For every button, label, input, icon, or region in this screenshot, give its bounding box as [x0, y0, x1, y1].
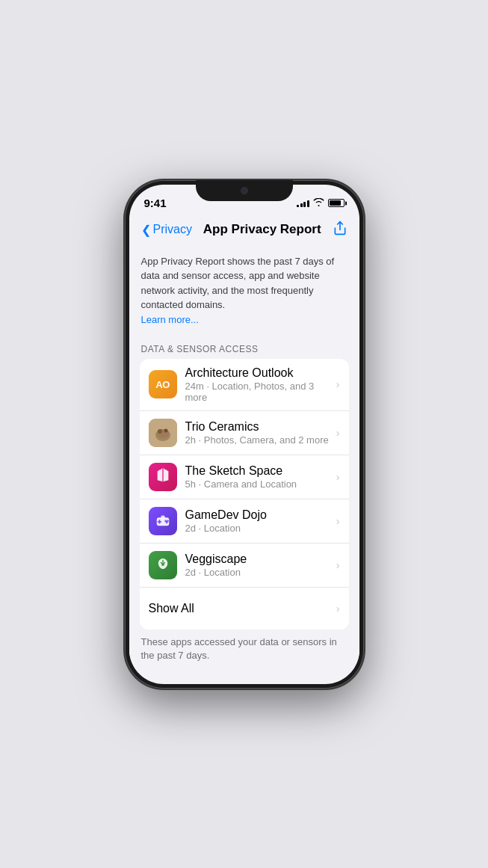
- item-text: Veggiscape 2d · Location: [185, 552, 333, 578]
- phone-frame: 9:41: [125, 180, 364, 689]
- signal-icon: [297, 199, 309, 207]
- info-description: App Privacy Report shows the past 7 days…: [141, 256, 335, 311]
- show-all-item[interactable]: Show All ›: [140, 588, 349, 630]
- app-icon-gamedev: [149, 507, 177, 535]
- info-block: App Privacy Report shows the past 7 days…: [129, 245, 359, 332]
- svg-rect-12: [161, 515, 165, 519]
- item-text: GameDev Dojo 2d · Location: [185, 508, 333, 534]
- back-button[interactable]: ❮ Privacy: [141, 223, 192, 237]
- battery-icon: [328, 199, 345, 207]
- wifi-icon: [313, 198, 324, 209]
- show-all-label[interactable]: Show All: [149, 602, 194, 615]
- chevron-right-icon: ›: [336, 378, 340, 390]
- list-item[interactable]: Veggiscape 2d · Location ›: [140, 544, 349, 588]
- item-text: Architecture Outlook 24m · Location, Pho…: [185, 366, 333, 403]
- chevron-right-icon: ›: [336, 427, 340, 439]
- list-item[interactable]: Trio Ceramics 2h · Photos, Camera, and 2…: [140, 411, 349, 455]
- list-item[interactable]: The Sketch Space 5h · Camera and Locatio…: [140, 455, 349, 499]
- app-name: GameDev Dojo: [185, 508, 333, 522]
- item-text: Trio Ceramics 2h · Photos, Camera, and 2…: [185, 420, 333, 446]
- notch: [196, 180, 293, 201]
- main-content: App Privacy Report shows the past 7 days…: [129, 245, 359, 673]
- app-name: Veggiscape: [185, 552, 333, 566]
- data-sensor-list: AO Architecture Outlook 24m · Location, …: [140, 359, 349, 630]
- phone-screen: 9:41: [129, 185, 359, 684]
- app-icon-sketch: [149, 463, 177, 491]
- app-icon-ao: AO: [149, 370, 177, 398]
- learn-more-link[interactable]: Learn more...: [141, 314, 199, 325]
- app-name: Trio Ceramics: [185, 420, 333, 434]
- camera: [241, 187, 248, 194]
- data-sensor-section-header: DATA & SENSOR ACCESS: [129, 332, 359, 359]
- chevron-right-icon: ›: [336, 471, 340, 483]
- page-title: App Privacy Report: [203, 222, 321, 237]
- status-time: 9:41: [144, 197, 167, 209]
- app-name: Architecture Outlook: [185, 366, 333, 380]
- app-subtitle: 2d · Location: [185, 567, 333, 578]
- app-icon-trio: [149, 419, 177, 447]
- status-icons: [297, 198, 345, 209]
- app-subtitle: 2h · Photos, Camera, and 2 more: [185, 434, 333, 446]
- share-button[interactable]: [333, 221, 348, 239]
- nav-bar: ❮ Privacy App Privacy Report: [129, 218, 359, 245]
- item-text: The Sketch Space 5h · Camera and Locatio…: [185, 464, 333, 490]
- list-item[interactable]: GameDev Dojo 2d · Location ›: [140, 499, 349, 544]
- app-subtitle: 2d · Location: [185, 523, 333, 534]
- list-item[interactable]: AO Architecture Outlook 24m · Location, …: [140, 359, 349, 411]
- svg-point-5: [164, 428, 167, 432]
- app-subtitle: 5h · Camera and Location: [185, 478, 333, 490]
- app-name: The Sketch Space: [185, 464, 333, 478]
- chevron-right-icon: ›: [336, 515, 340, 527]
- svg-point-4: [158, 429, 162, 434]
- app-subtitle: 24m · Location, Photos, and 3 more: [185, 381, 333, 403]
- sensor-footer-note: These apps accessed your data or sensors…: [129, 630, 359, 673]
- svg-rect-8: [157, 520, 161, 522]
- svg-point-11: [165, 521, 167, 523]
- app-icon-veggie: [149, 551, 177, 579]
- chevron-right-icon: ›: [336, 603, 340, 615]
- chevron-left-icon: ❮: [141, 223, 151, 237]
- back-label[interactable]: Privacy: [153, 223, 192, 236]
- chevron-right-icon: ›: [336, 559, 340, 571]
